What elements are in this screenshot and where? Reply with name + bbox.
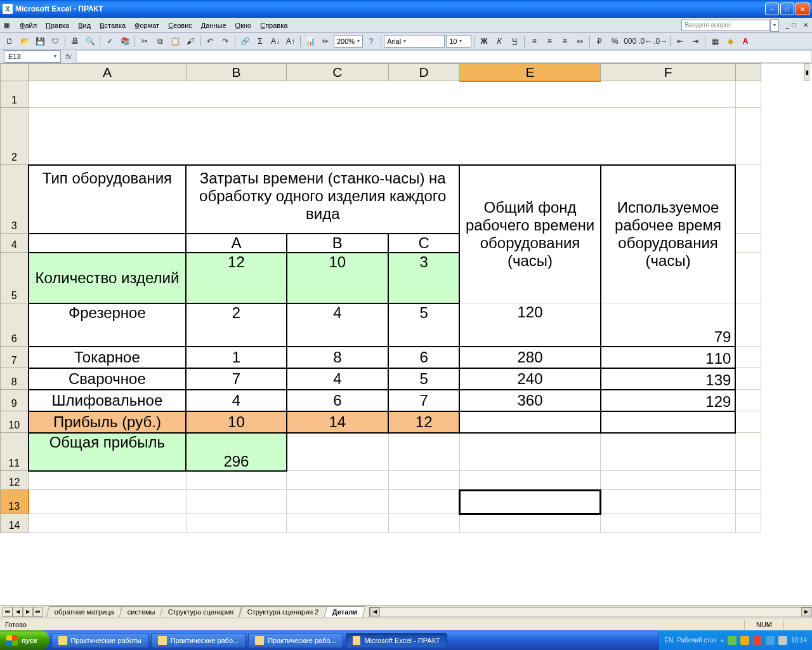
cell-B14[interactable] (186, 514, 286, 533)
cell-F9[interactable]: 129 (601, 390, 736, 411)
chart-wizard-icon[interactable]: 📊 (303, 34, 317, 48)
decrease-indent-icon[interactable]: ⇤ (673, 34, 687, 48)
cell-D6[interactable]: 5 (388, 303, 459, 347)
restore-workbook-icon[interactable]: ‗ (785, 22, 789, 29)
cell-F14[interactable] (601, 514, 736, 533)
fill-color-icon[interactable]: ◆ (723, 34, 737, 48)
tray-icon-2[interactable] (740, 636, 749, 645)
cell-C10[interactable]: 14 (287, 411, 388, 433)
increase-indent-icon[interactable]: ⇥ (688, 34, 702, 48)
menu-Вставка[interactable]: Вставка (95, 20, 130, 31)
horizontal-scrollbar[interactable]: ◀ ▶ (369, 607, 812, 617)
cell-F10[interactable] (601, 411, 736, 433)
cell-E14[interactable] (459, 514, 601, 533)
tray-expand-icon[interactable]: » (721, 637, 724, 644)
borders-icon[interactable]: ▦ (708, 34, 722, 48)
cell-E7[interactable]: 280 (459, 347, 601, 368)
cell-C8[interactable]: 4 (287, 368, 388, 390)
cell-C5[interactable]: 10 (287, 253, 388, 303)
cell-C9[interactable]: 6 (287, 390, 388, 411)
cell-A8[interactable]: Сварочное (29, 368, 187, 390)
taskbar-app[interactable]: Практические рабо... (151, 633, 246, 648)
row-header-1[interactable]: 1 (1, 81, 29, 108)
row-header-4[interactable]: 4 (1, 234, 29, 253)
split-notch[interactable]: ▮ (804, 63, 809, 81)
cell-B4[interactable]: А (186, 234, 286, 253)
tray-icon-3[interactable] (753, 636, 762, 645)
help-icon[interactable]: ? (364, 34, 378, 48)
cell-D8[interactable]: 5 (388, 368, 459, 390)
maximize-button[interactable]: □ (780, 3, 794, 15)
col-header-F[interactable]: F (601, 64, 736, 81)
cell-D5[interactable]: 3 (388, 253, 459, 303)
comma-icon[interactable]: 000 (623, 34, 637, 48)
ask-question-input[interactable] (681, 20, 770, 31)
col-header-A[interactable]: A (29, 64, 187, 81)
tab-next-icon[interactable]: ▶ (23, 607, 33, 617)
increase-decimal-icon[interactable]: .0← (638, 34, 652, 48)
cell-A14[interactable] (29, 514, 187, 533)
row-header-9[interactable]: 9 (1, 390, 29, 411)
zoom-combo[interactable]: 200%▾ (334, 35, 363, 48)
italic-icon[interactable]: К (492, 34, 506, 48)
percent-icon[interactable]: % (608, 34, 622, 48)
autosum-icon[interactable]: Σ (253, 34, 267, 48)
row-header-10[interactable]: 10 (1, 411, 29, 433)
spelling-icon[interactable]: ✓ (103, 34, 117, 48)
print-icon[interactable]: 🖶 (68, 34, 82, 48)
cell-D10[interactable]: 12 (388, 411, 459, 433)
col-header-D[interactable]: D (388, 64, 459, 81)
cell-F11[interactable] (601, 433, 736, 471)
cell-F8[interactable]: 139 (601, 368, 736, 390)
cell-B8[interactable]: 7 (186, 368, 286, 390)
cell-E12[interactable] (459, 471, 601, 490)
cell-A9[interactable]: Шлифовальное (29, 390, 187, 411)
font-size-combo[interactable]: 10▾ (446, 35, 471, 48)
cell-B13[interactable] (186, 490, 286, 514)
cell-A13[interactable] (29, 490, 187, 514)
minimize-button[interactable]: – (765, 3, 779, 15)
cell-A3[interactable]: Тип оборудования (29, 165, 187, 234)
menu-Файл[interactable]: Файл (15, 20, 41, 31)
open-icon[interactable]: 📂 (18, 34, 32, 48)
cell-E10[interactable] (459, 411, 601, 433)
row-header-3[interactable]: 3 (1, 165, 29, 234)
name-box[interactable]: E13▾ (4, 50, 61, 63)
cell-E3[interactable]: Общий фонд рабочего времени оборудования… (459, 165, 601, 303)
cell-D9[interactable]: 7 (388, 390, 459, 411)
copy-icon[interactable]: ⧉ (153, 34, 167, 48)
sheet-tab[interactable]: Детали (324, 606, 365, 617)
row-header-2[interactable]: 2 (1, 108, 29, 165)
lang-indicator[interactable]: EN (664, 637, 673, 644)
cell-D14[interactable] (388, 514, 459, 533)
cell-E8[interactable]: 240 (459, 368, 601, 390)
sheet-tab[interactable]: Структура сценария (160, 606, 242, 617)
cell-A5[interactable]: Количество изделий (29, 253, 187, 303)
sort-desc-icon[interactable]: A↑ (284, 34, 298, 48)
menu-Формат[interactable]: Формат (130, 20, 164, 31)
col-header-B[interactable]: B (186, 64, 286, 81)
sheet-tab[interactable]: Структура сценария 2 (239, 606, 327, 617)
cell-B6[interactable]: 2 (186, 303, 286, 347)
tray-icon-1[interactable] (728, 636, 737, 645)
font-combo[interactable]: Arial▾ (384, 35, 445, 48)
cell-E6[interactable]: 120 (459, 303, 601, 347)
print-preview-icon[interactable]: 🔍 (83, 34, 97, 48)
ask-dropdown[interactable]: ▾ (770, 19, 779, 32)
cell-B3D3[interactable]: Затраты времени (станко-часы) на обработ… (186, 165, 459, 234)
cell-B12[interactable] (186, 471, 286, 490)
currency-icon[interactable]: ₽ (593, 34, 606, 48)
menu-Правка[interactable]: Правка (41, 20, 74, 31)
cell-F12[interactable] (601, 471, 736, 490)
cell-E11[interactable] (459, 433, 601, 471)
taskbar-app[interactable]: Практические работы (51, 633, 148, 648)
cell-C4[interactable]: В (287, 234, 388, 253)
format-painter-icon[interactable]: 🖌 (183, 34, 197, 48)
menu-Сервис[interactable]: Сервис (164, 20, 197, 31)
row-header-12[interactable]: 12 (1, 471, 29, 490)
row-header-6[interactable]: 6 (1, 303, 29, 347)
cell-A10[interactable]: Прибыль (руб.) (29, 411, 187, 433)
decrease-decimal-icon[interactable]: .0→ (653, 34, 667, 48)
cell-D12[interactable] (388, 471, 459, 490)
hyperlink-icon[interactable]: 🔗 (238, 34, 252, 48)
